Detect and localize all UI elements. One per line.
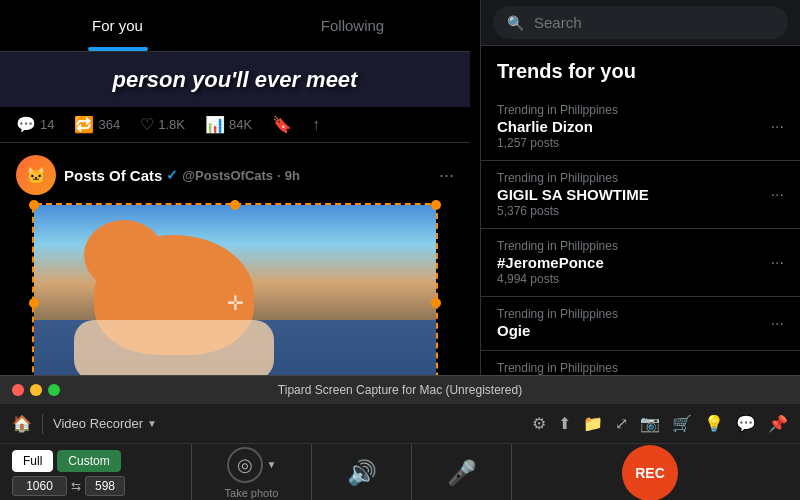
trend-posts-0: 1,257 posts [497, 136, 784, 150]
retweet-count: 364 [98, 117, 120, 132]
handle-top-middle[interactable] [230, 200, 240, 210]
trends-header: Trends for you [481, 46, 800, 93]
search-bar: 🔍 [481, 0, 800, 46]
trend-more-icon-2[interactable]: ··· [771, 254, 784, 272]
like-action[interactable]: ♡ 1.8K [140, 115, 185, 134]
user-info: Posts Of Cats ✓ @PostsOfCats · 9h [64, 167, 431, 184]
search-input[interactable] [534, 14, 774, 31]
views-action[interactable]: 📊 84K [205, 115, 252, 134]
heart-icon: ♡ [140, 115, 154, 134]
traffic-lights [12, 384, 60, 396]
trend-item-1[interactable]: Trending in Philippines GIGIL SA SHOWTIM… [481, 161, 800, 229]
expand-icon[interactable]: ⤢ [615, 414, 628, 433]
trend-more-icon-0[interactable]: ··· [771, 118, 784, 136]
custom-resolution-button[interactable]: Custom [57, 450, 120, 472]
right-sidebar: 🔍 Trends for you Trending in Philippines… [480, 0, 800, 380]
trend-name-0: Charlie Dizon [497, 118, 784, 135]
capture-main-row: Full Custom ⇆ ◎ ▼ Take photo 🔊 🎤 [0, 444, 800, 500]
share-action[interactable]: ↑ [312, 116, 320, 134]
sound-icon: 🔊 [347, 459, 377, 487]
tab-for-you[interactable]: For you [0, 0, 235, 51]
rec-button[interactable]: REC [622, 445, 678, 501]
settings-icon[interactable]: ⚙ [532, 414, 546, 433]
gift-icon[interactable]: 🛒 [672, 414, 692, 433]
bookmark-action[interactable]: 🔖 [272, 115, 292, 134]
trend-location-1: Trending in Philippines [497, 171, 784, 185]
pin-icon[interactable]: 📌 [768, 414, 788, 433]
reply-action[interactable]: 💬 14 [16, 115, 54, 134]
trend-item-2[interactable]: Trending in Philippines #JeromePonce 4,9… [481, 229, 800, 297]
trend-more-icon-3[interactable]: ··· [771, 315, 784, 333]
video-recorder-label: Video Recorder [53, 416, 143, 431]
views-count: 84K [229, 117, 252, 132]
minimize-button[interactable] [30, 384, 42, 396]
capture-toolbar: 🏠 Video Recorder ▼ ⚙ ⬆ 📁 ⤢ 📷 🛒 💡 💬 📌 [0, 404, 800, 444]
display-name: Posts Of Cats ✓ @PostsOfCats · 9h [64, 167, 431, 184]
share-icon: ↑ [312, 116, 320, 134]
height-input[interactable] [85, 476, 125, 496]
handle-top-left[interactable] [29, 200, 39, 210]
sound-section[interactable]: 🔊 [312, 444, 412, 500]
camera-label: Take photo [225, 487, 279, 499]
camera-section: ◎ ▼ Take photo [192, 444, 312, 500]
more-options-button[interactable]: ··· [439, 165, 454, 186]
resolution-buttons: Full Custom [12, 450, 175, 472]
folder-icon[interactable]: 📁 [583, 414, 603, 433]
first-post-actions: 💬 14 🔁 364 ♡ 1.8K 📊 84K 🔖 ↑ [0, 107, 470, 143]
post-image-container: ✛ 0:01 [32, 203, 438, 375]
hand-decoration [74, 320, 274, 375]
camera-snapshot-icon[interactable]: 📷 [640, 414, 660, 433]
chat-icon[interactable]: 💬 [736, 414, 756, 433]
trends-container: Trends for you Trending in Philippines C… [481, 46, 800, 380]
home-icon[interactable]: 🏠 [12, 414, 32, 433]
mic-section[interactable]: 🎤 [412, 444, 512, 500]
swap-icon[interactable]: ⇆ [71, 479, 81, 493]
cat-head-decoration [84, 220, 164, 290]
trend-item-3[interactable]: Trending in Philippines Ogie ··· [481, 297, 800, 351]
retweet-action[interactable]: 🔁 364 [74, 115, 120, 134]
twitter-feed: For you Following person you'll ever mee… [0, 0, 470, 375]
avatar: 🐱 [16, 155, 56, 195]
trend-posts-2: 4,994 posts [497, 272, 784, 286]
trend-item-0[interactable]: Trending in Philippines Charlie Dizon 1,… [481, 93, 800, 161]
width-input[interactable] [12, 476, 67, 496]
post-header: 🐱 Posts Of Cats ✓ @PostsOfCats · 9h ··· [16, 155, 454, 195]
rec-section: REC [512, 444, 788, 500]
resolution-inputs: ⇆ [12, 476, 175, 496]
cat-image: ✛ 0:01 [34, 205, 436, 375]
close-button[interactable] [12, 384, 24, 396]
trend-more-icon-1[interactable]: ··· [771, 186, 784, 204]
capture-title-bar: Tipard Screen Capture for Mac (Unregiste… [0, 376, 800, 404]
handle-right-middle[interactable] [431, 298, 441, 308]
trend-posts-1: 5,376 posts [497, 204, 784, 218]
search-input-wrap[interactable]: 🔍 [493, 6, 788, 39]
reply-count: 14 [40, 117, 54, 132]
like-count: 1.8K [158, 117, 185, 132]
app-name: Tipard Screen Capture for Mac (Unregiste… [278, 383, 522, 397]
trend-location-2: Trending in Philippines [497, 239, 784, 253]
resolution-section: Full Custom ⇆ [12, 444, 192, 500]
trend-location-0: Trending in Philippines [497, 103, 784, 117]
trend-name-1: GIGIL SA SHOWTIME [497, 186, 784, 203]
mic-icon: 🎤 [447, 459, 477, 487]
toolbar-divider [42, 414, 43, 434]
camera-chevron-icon: ▼ [267, 459, 277, 470]
upload-icon[interactable]: ⬆ [558, 414, 571, 433]
handle-left-middle[interactable] [29, 298, 39, 308]
bookmark-icon: 🔖 [272, 115, 292, 134]
maximize-button[interactable] [48, 384, 60, 396]
tab-following[interactable]: Following [235, 0, 470, 51]
search-icon: 🔍 [507, 15, 524, 31]
chevron-down-icon: ▼ [147, 418, 157, 429]
toolbar-right-icons: ⚙ ⬆ 📁 ⤢ 📷 🛒 💡 💬 📌 [532, 414, 788, 433]
chart-icon: 📊 [205, 115, 225, 134]
retweet-icon: 🔁 [74, 115, 94, 134]
handle-top-right[interactable] [431, 200, 441, 210]
video-recorder-button[interactable]: Video Recorder ▼ [53, 416, 157, 431]
help-icon[interactable]: 💡 [704, 414, 724, 433]
trend-location-3: Trending in Philippines [497, 307, 784, 321]
full-resolution-button[interactable]: Full [12, 450, 53, 472]
verified-icon: ✓ [166, 167, 178, 183]
camera-icon-wrap[interactable]: ◎ ▼ [227, 447, 277, 483]
reply-icon: 💬 [16, 115, 36, 134]
